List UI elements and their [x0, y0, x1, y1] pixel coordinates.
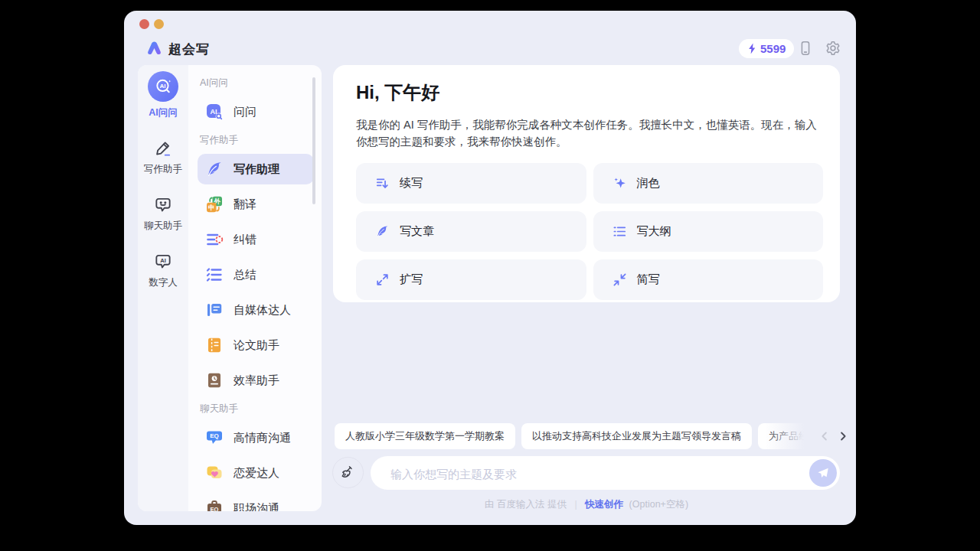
action-card-扩写[interactable]: 扩写: [356, 259, 586, 300]
chevron-left-icon[interactable]: [818, 429, 831, 443]
love-icon: [205, 464, 224, 482]
sidebar-item-写作助理[interactable]: 写作助理: [198, 154, 314, 184]
sidebar-group-title: 聊天助手: [200, 403, 314, 416]
sidebar-item-高情商沟通[interactable]: EQ高情商沟通: [198, 422, 314, 453]
pencil-icon: [153, 139, 173, 158]
ai-search-icon: AI: [153, 77, 173, 96]
rail-active-badge: AI: [148, 71, 178, 102]
rail-item-写作助手[interactable]: 写作助手: [144, 132, 182, 176]
quick-actions-grid: 续写润色写文章写大纲扩写简写: [356, 163, 823, 300]
svg-text:中: 中: [208, 204, 215, 211]
sidebar-item-label: 写作助理: [234, 162, 279, 177]
sidebar-item-label: 翻译: [234, 197, 256, 212]
sidebar-item-效率助手[interactable]: 效率助手: [198, 365, 314, 396]
sidebar-item-label: 职场沟通: [234, 501, 279, 512]
rail-item-label: 聊天助手: [144, 220, 182, 233]
rail-item-AI问问[interactable]: AIAI问问: [148, 71, 178, 119]
polish-icon: [612, 176, 627, 191]
rail-item-数字人[interactable]: AI数字人: [149, 246, 178, 289]
greeting-title: Hi, 下午好: [356, 80, 823, 105]
sidebar-scrollbar[interactable]: [312, 77, 315, 204]
sidebar-item-label: 纠错: [234, 233, 256, 247]
app-logo-icon: [145, 40, 163, 57]
lightning-icon: [747, 43, 757, 54]
sidebar-item-label: 效率助手: [234, 373, 279, 388]
sidebar: AIAI问问写作助手聊天助手AI数字人 AI问问AI问问写作助手写作助理外中翻译…: [138, 65, 322, 511]
outline-icon: [612, 224, 627, 239]
action-label: 简写: [637, 272, 660, 287]
sidebar-item-恋爱达人[interactable]: 恋爱达人: [198, 458, 314, 488]
action-card-写文章[interactable]: 写文章: [356, 211, 586, 252]
summary-icon: [205, 266, 224, 284]
correct-icon: [205, 230, 224, 249]
quick-create-link[interactable]: 快速创作: [585, 499, 623, 510]
sidebar-item-label: 论文助手: [234, 338, 279, 353]
action-card-写大纲[interactable]: 写大纲: [593, 211, 824, 252]
work-icon: EQ: [205, 499, 224, 511]
app-window: 超会写 5599 AIAI问问写作助手聊天助手AI数字人 AI问问AI问问写作助…: [124, 11, 856, 525]
titlebar: 超会写 5599: [124, 37, 856, 64]
sidebar-item-label: 问问: [234, 105, 256, 119]
sidebar-item-论文助手[interactable]: 论文助手: [198, 330, 314, 360]
assistant-list: AI问问AI问问写作助手写作助理外中翻译纠错总结自媒体达人论文助手效率助手聊天助…: [188, 65, 322, 511]
sidebar-item-职场沟通[interactable]: EQ职场沟通: [198, 493, 314, 511]
credits-count: 5599: [760, 42, 786, 55]
svg-text:AI: AI: [159, 83, 165, 90]
svg-text:AI: AI: [160, 257, 166, 264]
svg-text:AI: AI: [211, 108, 217, 116]
media-icon: [205, 301, 224, 319]
sidebar-item-label: 恋爱达人: [234, 466, 279, 481]
rail-item-label: 写作助手: [144, 163, 182, 176]
sidebar-item-label: 总结: [234, 268, 256, 282]
ai-bubble-icon: AI: [153, 252, 173, 272]
send-button[interactable]: [809, 459, 837, 487]
sidebar-item-翻译[interactable]: 外中翻译: [198, 189, 314, 220]
sidebar-item-label: 自媒体达人: [234, 303, 291, 318]
action-label: 润色: [637, 176, 660, 191]
assistant-description: 我是你的 AI 写作助手，我能帮你完成各种文本创作任务。我擅长中文，也懂英语。现…: [356, 116, 823, 150]
traffic-lights: [139, 19, 164, 29]
footer-divider: |: [574, 499, 577, 510]
suggestion-chip[interactable]: 人教版小学三年级数学第一学期教案: [335, 423, 515, 449]
ai-badge-icon: AI: [205, 103, 224, 121]
rail-item-label: AI问问: [149, 106, 178, 119]
chat-smile-icon: [153, 195, 173, 215]
chevron-right-icon[interactable]: [836, 429, 850, 443]
action-card-润色[interactable]: 润色: [593, 163, 824, 204]
broom-icon: [340, 465, 356, 481]
sidebar-item-label: 高情商沟通: [234, 431, 291, 445]
ime-footer: 由 百度输入法 提供 | 快速创作 (Option+空格): [333, 498, 840, 511]
composer: [332, 456, 840, 490]
suggestion-chip[interactable]: 为产品经理岗位编: [758, 423, 814, 449]
close-button[interactable]: [139, 19, 149, 29]
sidebar-item-自媒体达人[interactable]: 自媒体达人: [198, 295, 314, 325]
sidebar-item-纠错[interactable]: 纠错: [198, 224, 314, 255]
svg-text:EQ: EQ: [211, 506, 219, 511]
action-label: 扩写: [400, 272, 423, 287]
footer-shortcut: (Option+空格): [629, 499, 688, 510]
sidebar-item-总结[interactable]: 总结: [198, 259, 314, 290]
shrink-icon: [612, 272, 627, 287]
svg-text:EQ: EQ: [210, 432, 219, 439]
rail-item-聊天助手[interactable]: 聊天助手: [144, 189, 182, 233]
action-label: 续写: [400, 176, 423, 191]
suggestion-chip[interactable]: 以推动支持高科技企业发展为主题写领导发言稿: [521, 423, 752, 449]
send-plane-icon: [816, 466, 830, 480]
nav-rail: AIAI问问写作助手聊天助手AI数字人: [138, 65, 188, 511]
action-label: 写文章: [400, 224, 434, 239]
settings-gear-icon[interactable]: [825, 40, 841, 57]
main-card: Hi, 下午好 我是你的 AI 写作助手，我能帮你完成各种文本创作任务。我擅长中…: [333, 65, 840, 302]
article-icon: [375, 224, 390, 239]
clear-input-button[interactable]: [332, 457, 364, 488]
action-card-简写[interactable]: 简写: [593, 259, 824, 300]
prompt-input[interactable]: [389, 456, 790, 491]
minimize-button[interactable]: [154, 19, 164, 29]
mobile-app-button[interactable]: [797, 40, 814, 57]
footer-prefix: 由 百度输入法 提供: [485, 499, 567, 510]
continue-icon: [375, 176, 390, 191]
sidebar-item-问问[interactable]: AI问问: [198, 96, 314, 127]
paper-icon: [205, 336, 224, 354]
quill-icon: [205, 160, 224, 178]
credits-badge[interactable]: 5599: [739, 39, 794, 58]
action-card-续写[interactable]: 续写: [356, 163, 586, 204]
